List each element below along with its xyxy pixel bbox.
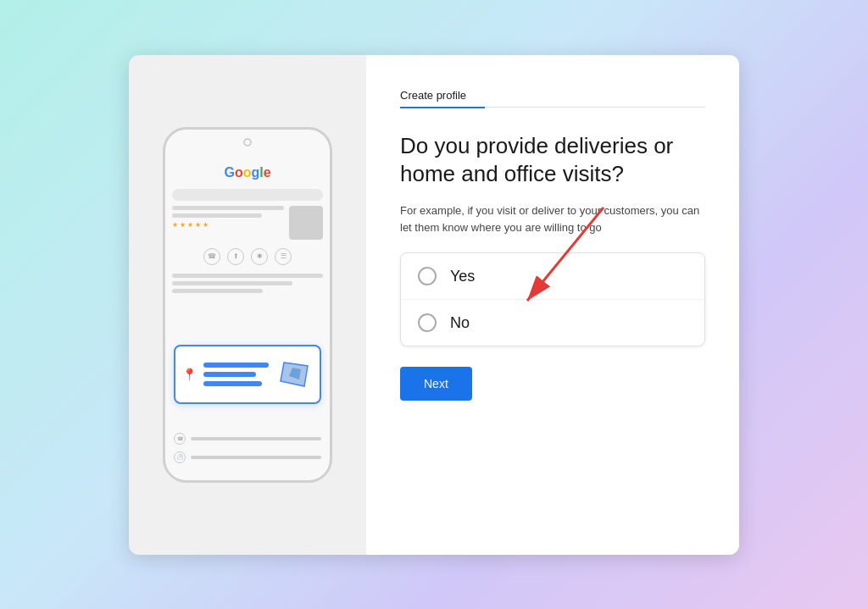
phone-top-bar <box>165 130 330 155</box>
card-lines <box>203 363 269 386</box>
tab-label: Create profile <box>400 89 705 107</box>
phone-icon: ☎ <box>174 433 186 445</box>
google-logo-area: Google <box>172 162 323 184</box>
left-panel: Google ★ ★ ★ ★ ★ <box>129 55 366 555</box>
location-pin-icon: 📍 <box>182 368 197 381</box>
option-no-label: No <box>450 314 470 332</box>
tab-header: Create profile <box>400 89 705 108</box>
map-shape-icon <box>275 356 313 393</box>
card-line <box>203 363 269 368</box>
stars-row: ★ ★ ★ ★ ★ <box>172 221 284 229</box>
icons-row: ☎ ⬆ ✱ ☰ <box>172 245 323 269</box>
tab-underline-active <box>400 107 485 108</box>
option-yes[interactable]: Yes <box>401 253 704 300</box>
options-container: Yes No <box>400 252 705 346</box>
phone-bottom-items: ☎ 🕐 <box>174 433 321 463</box>
bottom-item-1: ☎ <box>174 433 321 445</box>
star-icon: ★ <box>187 221 193 229</box>
content-row-1: ★ ★ ★ ★ ★ <box>172 206 323 240</box>
star-icon: ★ <box>180 221 186 229</box>
phone-mockup: Google ★ ★ ★ ★ ★ <box>163 127 332 483</box>
star-icon: ★ <box>195 221 201 229</box>
icon-circle-3: ✱ <box>251 248 268 265</box>
question-title: Do you provide deliveries or home and of… <box>400 132 705 190</box>
right-panel: Create profile Do you provide deliveries… <box>366 55 739 555</box>
icon-circle-1: ☎ <box>203 248 220 265</box>
bottom-line <box>191 437 321 440</box>
search-bar-mock <box>172 189 323 201</box>
main-modal: Google ★ ★ ★ ★ ★ <box>129 55 739 555</box>
option-no[interactable]: No <box>401 300 704 346</box>
radio-yes[interactable] <box>418 267 437 285</box>
text-line <box>172 206 284 210</box>
phone-highlighted-card: 📍 <box>174 345 321 404</box>
google-logo: Google <box>224 165 270 180</box>
bottom-item-2: 🕐 <box>174 451 321 463</box>
card-line <box>203 372 256 377</box>
text-line <box>172 289 263 293</box>
text-group <box>172 274 323 293</box>
star-icon: ★ <box>172 221 178 229</box>
text-line <box>172 281 292 285</box>
question-description: For example, if you visit or deliver to … <box>400 202 705 235</box>
icon-circle-4: ☰ <box>275 248 292 265</box>
text-line <box>172 274 323 278</box>
next-button[interactable]: Next <box>400 367 472 401</box>
text-line <box>172 213 262 218</box>
clock-icon: 🕐 <box>174 451 186 463</box>
tab-underline-rest <box>485 107 705 108</box>
phone-content: Google ★ ★ ★ ★ ★ <box>165 155 330 480</box>
text-lines-1: ★ ★ ★ ★ ★ <box>172 206 284 229</box>
radio-no[interactable] <box>418 313 437 332</box>
bottom-line <box>191 456 321 459</box>
phone-camera <box>243 138 252 147</box>
tab-underline <box>400 107 705 108</box>
star-icon: ★ <box>203 221 209 229</box>
image-placeholder <box>289 206 323 240</box>
card-line <box>203 381 262 386</box>
icon-circle-2: ⬆ <box>227 248 244 265</box>
option-yes-label: Yes <box>450 268 475 285</box>
